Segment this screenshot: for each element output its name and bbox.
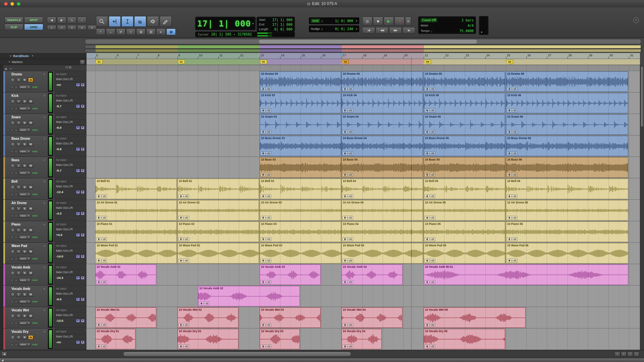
automation-mode[interactable]: read [32, 236, 38, 239]
zoom-in-button[interactable]: ▶ [57, 17, 66, 23]
clip-gain-badge[interactable]: 0 dB [96, 237, 107, 241]
track-lane[interactable]: 10 Vocals Wet 010 dB10 Vocals Wet 020 dB… [87, 307, 640, 328]
track-name-caret-icon[interactable]: ▾ [44, 309, 45, 312]
track-lane[interactable]: 10 Vocals Dry 010 dB10 Vocals Dry 020 dB… [87, 328, 640, 350]
clip-gain-badge[interactable]: 0 dB [425, 259, 435, 262]
track-list-grid-icon[interactable]: ▦ [5, 67, 7, 70]
zoom-preset-3[interactable]: 3 [67, 25, 76, 30]
audio-clip[interactable]: 10 Bell 060 dB [506, 179, 628, 199]
grabber-tool[interactable] [134, 16, 146, 27]
maximize-button[interactable] [17, 2, 20, 6]
track-lane[interactable]: 10 Bass 030 dB10 Bass 040 dB10 Bass 050 … [87, 157, 640, 178]
mute-button[interactable]: M [28, 185, 33, 189]
mute-button[interactable]: M [28, 271, 33, 275]
pan-right-button[interactable]: P [81, 212, 85, 215]
track-name[interactable]: Vocals Dry [11, 330, 29, 334]
audio-clip[interactable]: 10 Drums 040 dB [341, 71, 423, 92]
input-monitor-button[interactable]: I [16, 142, 21, 146]
mode-spot-button[interactable]: SPOT [24, 17, 43, 23]
audio-clip[interactable]: 10 Wave Pad 030 dB [260, 243, 341, 263]
mirrored-midi-icon[interactable]: ▸ [156, 28, 166, 35]
audio-clip[interactable]: 10 Vocals Wet 030 dB [260, 307, 321, 328]
zoom-v-out-button[interactable]: ↕ [627, 352, 633, 357]
mute-button[interactable]: M [28, 142, 33, 146]
playlist-icon[interactable] [11, 107, 13, 110]
grid-label[interactable]: Grid [311, 19, 320, 23]
clip-gain-badge[interactable]: 0 dB [342, 152, 353, 155]
selector-tool[interactable] [121, 16, 133, 27]
pan-right-button[interactable]: P [81, 319, 85, 322]
input-path[interactable]: no input [55, 179, 86, 184]
output-path[interactable]: Main Out L/R [55, 98, 86, 103]
clip-gain-badge[interactable]: 0 dB [507, 173, 518, 177]
pan-left-button[interactable]: P [76, 255, 80, 258]
grid-dropdown-icon[interactable]: ▾ [356, 19, 357, 22]
nudge-row[interactable]: Nudge ♪ 0| 0| 240 ▾ [309, 25, 359, 32]
pan-left-button[interactable]: P [76, 341, 80, 344]
zoomer-tool[interactable] [96, 16, 108, 27]
link-track-edit-icon[interactable]: ≡ [126, 28, 136, 35]
go-to-end-button[interactable]: ▶| [402, 27, 415, 34]
track-name-caret-icon[interactable]: ▾ [44, 116, 45, 119]
clip-gain-badge[interactable]: 0 dB [425, 194, 435, 198]
track-name[interactable]: Drums [11, 72, 22, 76]
insertion-follows-playback-icon[interactable]: ▤ [136, 28, 146, 35]
fast-forward-button[interactable]: ▶▶ [389, 27, 402, 34]
audio-clip[interactable]: 10 Vocals Dry 030 dB [260, 329, 300, 349]
elastic-audio-icon[interactable] [15, 86, 17, 88]
mute-button[interactable]: M [28, 164, 33, 168]
clip-gain-badge[interactable]: 0 dB [96, 194, 107, 198]
trim-tool[interactable] [109, 16, 121, 27]
clip-gain-badge[interactable]: 0 dB [96, 280, 107, 284]
automation-mode[interactable]: read [32, 343, 38, 346]
track-row[interactable]: Snare▾ISMwave▾readno inputMain Out L/R-6… [3, 114, 87, 135]
playlist-icon[interactable] [11, 322, 13, 324]
pan-right-button[interactable]: P [81, 126, 85, 129]
record-enable-button[interactable] [11, 249, 15, 254]
playlist-icon[interactable] [11, 300, 13, 303]
audio-clip[interactable]: 10 Air Drone 060 dB [506, 200, 628, 221]
add-marker-button[interactable]: + [80, 60, 85, 65]
input-path[interactable]: no input [55, 243, 86, 248]
audio-clip[interactable]: 10 Piano 050 dB [424, 222, 505, 242]
audio-clip[interactable]: 10 Piano 040 dB [341, 222, 423, 242]
track-name-caret-icon[interactable]: ▾ [44, 245, 45, 247]
audio-clip[interactable]: 10 Bass Drone 040 dB [341, 136, 423, 156]
automation-mode[interactable]: read [32, 128, 38, 131]
audio-clip[interactable]: 10 Bell 040 dB [341, 179, 423, 199]
automation-mode[interactable]: read [32, 150, 38, 153]
elastic-audio-icon[interactable] [15, 236, 17, 239]
audio-clip[interactable]: 10 Wave Pad 040 dB [341, 243, 423, 263]
audio-clip[interactable]: 10 Vocals Dry 010 dB [95, 329, 136, 349]
output-path[interactable]: Main Out L/R [55, 334, 86, 339]
volume-readout[interactable]: -12.4 [56, 190, 63, 194]
track-view-selector[interactable]: wave▾ [19, 171, 31, 175]
automation-mode[interactable]: read [32, 214, 38, 217]
edit-insertion-marker[interactable] [340, 54, 343, 56]
track-name-caret-icon[interactable]: ▾ [44, 266, 45, 269]
automation-mode[interactable]: read [32, 321, 38, 324]
track-lane[interactable]: 10 Wave Pad 010 dB10 Wave Pad 020 dB10 W… [87, 243, 640, 264]
clip-gain-badge[interactable]: 0 dB [425, 173, 435, 177]
mute-button[interactable]: M [28, 249, 33, 254]
vscroll-thumb[interactable] [641, 66, 643, 127]
zoom-out-button[interactable]: ◀ [47, 17, 56, 23]
return-to-zero-button[interactable]: |◀ [362, 27, 375, 34]
pan-left-button[interactable]: P [76, 126, 80, 129]
ruler-dropdown-icon[interactable]: ▾ [32, 54, 33, 57]
audio-clip[interactable]: 10 Kick 030 dB [260, 93, 341, 113]
audio-clip[interactable]: 10 Bell 050 dB [424, 179, 505, 199]
pan-left-button[interactable]: P [76, 276, 80, 280]
track-row[interactable]: Air Drone▾ISMwave▾readno inputMain Out L… [3, 200, 87, 221]
mute-button[interactable]: M [28, 335, 33, 340]
solo-button[interactable]: S [22, 314, 27, 318]
input-monitor-button[interactable]: I [16, 185, 21, 189]
audio-clip[interactable]: 10 Piano 020 dB [177, 222, 259, 242]
play-button[interactable]: ▶ [384, 17, 394, 25]
clip-gain-badge[interactable]: 0 dB [425, 130, 435, 134]
track-name[interactable]: Vocals Amb [11, 265, 30, 269]
track-name-caret-icon[interactable]: ▾ [44, 73, 45, 76]
track-name[interactable]: Vocals Amb [11, 287, 30, 291]
output-path[interactable]: Main Out L/R [55, 227, 86, 232]
clip-gain-badge[interactable]: 0 dB [507, 237, 518, 241]
